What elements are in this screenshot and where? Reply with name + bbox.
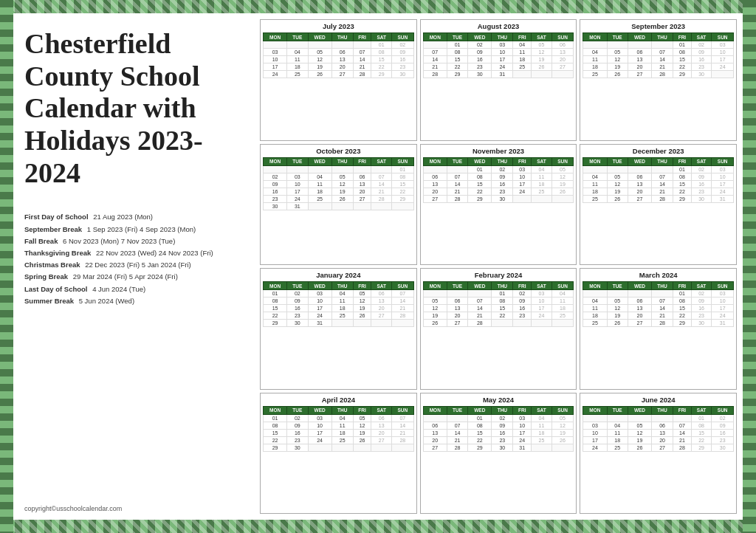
calendar-day: 18 [532, 180, 552, 188]
calendar-day: 11 [607, 429, 628, 436]
calendar-day: 05 [353, 290, 371, 298]
calendar-day: 29 [691, 444, 712, 451]
calendar-day: 21 [447, 188, 467, 195]
calendar-day: 24 [532, 312, 552, 320]
calendar-day: 28 [652, 195, 673, 202]
calendar-day: 05 [532, 41, 552, 49]
calendar-day: 06 [628, 298, 651, 305]
calendar-day: 02 [492, 414, 513, 422]
calendar-day: 21 [468, 312, 492, 320]
calendar-day: 18 [513, 56, 532, 63]
page-title: Chesterfield County School Calendar with… [24, 28, 246, 189]
calendar-row: April 2024MONTUEWEDTHUFRISATSUN010203040… [260, 393, 737, 515]
calendar-day [652, 414, 673, 422]
calendar-day: 21 [391, 429, 413, 436]
day-header: MON [583, 406, 607, 414]
calendar-day: 11 [513, 49, 532, 56]
calendar-day [287, 41, 308, 49]
calendar-day: 14 [447, 429, 467, 436]
holiday-value: 4 Jun 2024 (Tue) [91, 285, 146, 293]
calendar-day [331, 444, 353, 451]
calendar-day [673, 414, 692, 422]
calendar-day: 08 [391, 173, 413, 180]
day-header: SAT [532, 33, 552, 41]
month-title: June 2024 [583, 396, 734, 404]
calendar-day [583, 165, 607, 173]
calendar-day: 01 [492, 290, 513, 298]
day-header: THU [331, 33, 353, 41]
calendar-day: 22 [264, 436, 287, 444]
month-title: October 2023 [263, 147, 414, 155]
calendar-day [447, 165, 467, 173]
calendar-day: 27 [353, 195, 371, 202]
calendar-day: 19 [607, 312, 628, 320]
calendar-day [353, 165, 371, 173]
calendar-day: 18 [331, 429, 353, 436]
calendar-day: 26 [551, 436, 574, 444]
calendar-day: 27 [423, 444, 447, 451]
month-title: September 2023 [583, 22, 734, 30]
calendar-day [492, 320, 513, 327]
holiday-value: 22 Nov 2023 (Wed) 24 Nov 2023 (Fri) [94, 249, 213, 257]
calendar-day: 20 [423, 188, 447, 195]
calendar-day: 25 [308, 195, 331, 202]
calendar-day: 24 [513, 436, 532, 444]
day-header: TUE [607, 406, 628, 414]
calendar-day: 14 [447, 180, 467, 188]
calendar-day: 19 [331, 188, 353, 195]
calendar-day: 13 [652, 429, 673, 436]
calendar-day: 22 [447, 63, 467, 71]
calendar-day: 08 [468, 422, 492, 429]
calendar-day [447, 414, 467, 422]
day-header: FRI [513, 282, 532, 290]
calendar-day: 05 [607, 298, 628, 305]
calendar-day: 06 [371, 414, 392, 422]
day-header: WED [308, 157, 331, 165]
calendar-day: 15 [468, 429, 492, 436]
calendar-month: March 2024MONTUEWEDTHUFRISATSUN010203040… [580, 268, 737, 390]
calendar-day: 11 [308, 180, 331, 188]
calendar-day [628, 41, 651, 49]
calendar-day: 13 [353, 180, 371, 188]
day-header: SUN [712, 406, 734, 414]
day-header: FRI [513, 157, 532, 165]
calendar-day: 12 [331, 180, 353, 188]
calendar-day: 26 [308, 71, 331, 78]
calendar-day [607, 290, 628, 298]
calendar-day: 08 [264, 298, 287, 305]
calendar-month: November 2023MONTUEWEDTHUFRISATSUN010203… [420, 144, 577, 266]
holiday-row: Christmas Break 22 Dec 2023 (Fri) 5 Jan … [24, 259, 246, 270]
month-title: November 2023 [423, 147, 574, 155]
copyright: copyright©usschoolcalendar.com [24, 498, 246, 512]
day-header: SAT [371, 282, 392, 290]
calendar-day: 14 [652, 305, 673, 312]
holiday-row: Spring Break 29 Mar 2024 (Fri) 5 Apr 202… [24, 271, 246, 282]
calendar-day: 01 [673, 41, 692, 49]
calendar-day: 16 [513, 305, 532, 312]
calendar-day: 30 [391, 71, 413, 78]
calendar-day: 08 [468, 173, 492, 180]
calendar-day: 17 [712, 305, 734, 312]
calendar-day: 21 [652, 63, 673, 71]
holiday-label: September Break [24, 225, 82, 233]
calendar-day: 08 [492, 298, 513, 305]
calendar-day: 23 [264, 195, 287, 202]
calendar-row: October 2023MONTUEWEDTHUFRISATSUN0102030… [260, 144, 737, 266]
calendar-day: 15 [673, 305, 692, 312]
calendar-day: 04 [331, 414, 353, 422]
calendar-day: 03 [513, 414, 532, 422]
day-header: SAT [691, 282, 712, 290]
day-header: FRI [353, 157, 371, 165]
calendar-day: 17 [264, 63, 287, 71]
calendar-day: 12 [628, 429, 651, 436]
calendar-day: 26 [532, 63, 552, 71]
calendar-day: 29 [468, 195, 492, 202]
calendar-day: 28 [652, 71, 673, 78]
calendar-day: 15 [691, 429, 712, 436]
calendar-day: 07 [391, 290, 413, 298]
calendar-day: 16 [287, 305, 308, 312]
calendar-day: 26 [607, 320, 628, 327]
calendar-day: 20 [628, 63, 651, 71]
calendar-day [607, 165, 628, 173]
calendar-day: 24 [287, 195, 308, 202]
